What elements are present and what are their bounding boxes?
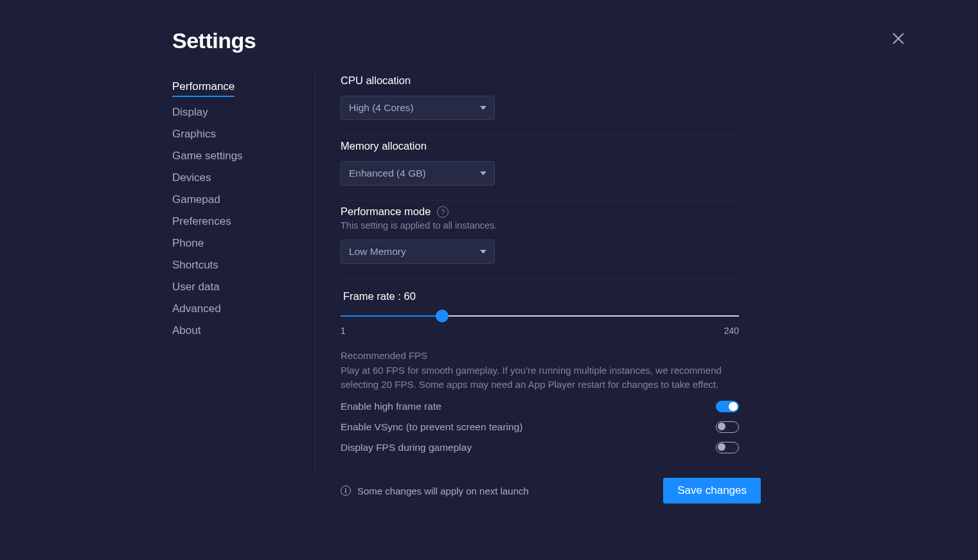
sidebar-item-label: Graphics [172,128,216,140]
sidebar-item-preferences[interactable]: Preferences [172,211,301,232]
frame-rate-label: Frame rate : 60 [343,290,739,302]
memory-allocation-select[interactable]: Enhanced (4 GB) [341,161,495,186]
performance-mode-sub: This setting is applied to all instances… [341,220,739,231]
slider-min: 1 [341,326,346,336]
sidebar-item-label: Preferences [172,215,231,227]
slider-fill [341,315,442,317]
sidebar-item-game-settings[interactable]: Game settings [172,145,301,167]
sidebar-item-label: Devices [172,171,211,184]
save-changes-button[interactable]: Save changes [663,478,761,503]
toggle-knob [718,443,725,451]
sidebar-item-devices[interactable]: Devices [172,167,301,189]
cpu-allocation-value: High (4 Cores) [349,102,414,114]
chevron-down-icon [480,106,486,110]
sidebar-item-label: Phone [172,237,204,249]
memory-allocation-section: Memory allocation Enhanced (4 GB) [341,135,739,200]
frame-rate-section: Frame rate : 60 1 240 Recommended FPS Pl… [341,279,739,468]
frame-rate-slider[interactable] [341,313,739,319]
toggle-row-show-fps: Display FPS during gameplay [341,442,739,453]
cpu-allocation-select[interactable]: High (4 Cores) [341,96,495,120]
sidebar-item-label: User data [172,281,220,293]
toggle-row-high-fps: Enable high frame rate [341,401,739,412]
sidebar-item-label: Performance [172,80,235,97]
sidebar-item-graphics[interactable]: Graphics [172,123,301,145]
close-icon [891,31,906,46]
sidebar-item-label: Game settings [172,150,243,162]
sidebar-item-label: Display [172,106,208,118]
chevron-down-icon [480,171,486,175]
sidebar-item-shortcuts[interactable]: Shortcuts [172,254,301,276]
close-button[interactable] [891,31,906,46]
recommended-fps-block: Recommended FPS Play at 60 FPS for smoot… [341,350,739,392]
settings-content: CPU allocation High (4 Cores) Memory all… [341,69,739,468]
help-icon[interactable]: ? [437,206,449,218]
settings-footer: i Some changes will apply on next launch… [341,478,761,503]
toggle-knob [729,402,738,411]
performance-mode-select[interactable]: Low Memory [341,240,495,264]
sidebar-item-user-data[interactable]: User data [172,276,301,298]
sidebar-item-display[interactable]: Display [172,101,301,123]
performance-mode-label: Performance mode [341,206,431,218]
memory-allocation-value: Enhanced (4 GB) [349,168,426,179]
recommended-fps-title: Recommended FPS [341,350,739,361]
sidebar-item-gamepad[interactable]: Gamepad [172,189,301,211]
cpu-allocation-label: CPU allocation [341,74,739,87]
sidebar-item-performance[interactable]: Performance [172,76,301,101]
sidebar-item-advanced[interactable]: Advanced [172,298,301,320]
slider-max: 240 [724,326,739,336]
memory-allocation-label: Memory allocation [341,140,739,152]
cpu-allocation-section: CPU allocation High (4 Cores) [341,69,739,135]
display-fps-toggle[interactable] [716,442,739,453]
settings-sidebar: Performance Display Graphics Game settin… [172,76,301,342]
recommended-fps-desc: Play at 60 FPS for smooth gameplay. If y… [341,363,726,392]
toggle-knob [718,423,725,430]
high-frame-rate-toggle[interactable] [716,401,739,412]
settings-window: Settings Performance Display Graphics Ga… [0,0,978,560]
toggle-label: Display FPS during gameplay [341,442,472,453]
sidebar-divider [315,73,316,471]
info-icon: i [341,486,351,496]
sidebar-item-label: Gamepad [172,193,220,206]
sidebar-item-phone[interactable]: Phone [172,232,301,254]
footer-note: i Some changes will apply on next launch [341,486,529,496]
toggle-label: Enable VSync (to prevent screen tearing) [341,421,522,433]
slider-range-labels: 1 240 [341,326,739,336]
toggle-label: Enable high frame rate [341,401,441,412]
sidebar-item-label: About [172,324,200,337]
page-title: Settings [172,28,256,53]
frame-rate-value: 60 [404,290,415,302]
sidebar-item-label: Shortcuts [172,259,218,271]
footer-note-text: Some changes will apply on next launch [357,486,529,496]
sidebar-item-about[interactable]: About [172,320,301,342]
toggle-row-vsync: Enable VSync (to prevent screen tearing) [341,421,739,433]
performance-mode-value: Low Memory [349,246,406,258]
vsync-toggle[interactable] [716,421,739,433]
chevron-down-icon [480,250,486,254]
performance-mode-section: Performance mode ? This setting is appli… [341,200,739,279]
slider-thumb[interactable] [436,310,449,322]
sidebar-item-label: Advanced [172,302,221,315]
